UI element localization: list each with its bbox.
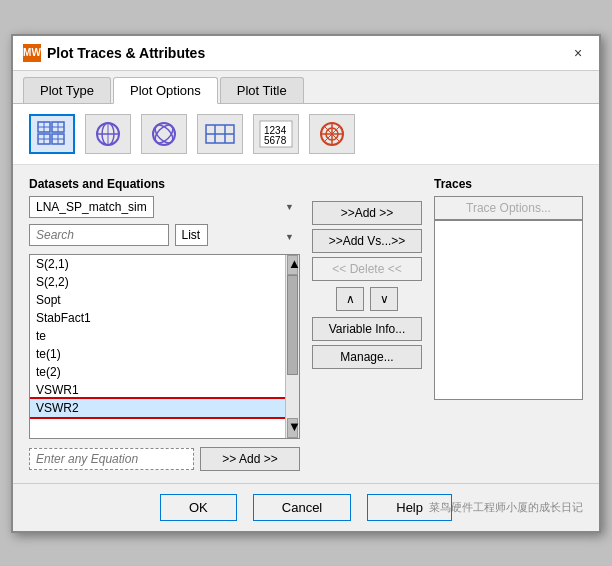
dataset-dropdown[interactable]: LNA_SP_match_sim [29, 196, 154, 218]
app-icon: MW [23, 44, 41, 62]
list-item[interactable]: VSWR1 [30, 381, 285, 399]
traces-box [434, 220, 583, 400]
move-up-button[interactable]: ∧ [336, 287, 364, 311]
icon-btn-grid[interactable] [29, 114, 75, 154]
icon-btn-sphere[interactable] [141, 114, 187, 154]
move-down-button[interactable]: ∨ [370, 287, 398, 311]
close-button[interactable]: × [567, 42, 589, 64]
datasets-label: Datasets and Equations [29, 177, 300, 191]
traces-label: Traces [434, 177, 583, 191]
middle-buttons: >>Add >> >>Add Vs...>> << Delete << ∧ ∨ … [312, 177, 422, 471]
scrollbar-thumb[interactable] [287, 275, 298, 375]
dialog-title: Plot Traces & Attributes [47, 45, 205, 61]
list-type-wrapper: List [175, 224, 301, 250]
icon-toolbar: 1234 5678 [13, 104, 599, 165]
dataset-dropdown-row: LNA_SP_match_sim [29, 196, 300, 218]
right-panel: Traces Trace Options... [434, 177, 583, 471]
list-item[interactable]: te(1) [30, 345, 285, 363]
sphere-icon [149, 120, 179, 148]
tab-plot-type[interactable]: Plot Type [23, 77, 111, 103]
move-row: ∧ ∨ [312, 287, 422, 311]
add-vs-button[interactable]: >>Add Vs...>> [312, 229, 422, 253]
ok-button[interactable]: OK [160, 494, 237, 521]
left-panel: Datasets and Equations LNA_SP_match_sim … [29, 177, 300, 471]
title-bar: MW Plot Traces & Attributes × [13, 36, 599, 71]
equation-row: >> Add >> [29, 447, 300, 471]
equation-input[interactable] [29, 448, 194, 470]
icon-btn-grid2[interactable] [197, 114, 243, 154]
list-item[interactable]: te(2) [30, 363, 285, 381]
cancel-button[interactable]: Cancel [253, 494, 351, 521]
items-list-container: S(2,1) S(2,2) Sopt StabFact1 te te(1) te… [29, 254, 300, 439]
list-item[interactable]: Sopt [30, 291, 285, 309]
tab-bar: Plot Type Plot Options Plot Title [13, 71, 599, 104]
icon-btn-globe[interactable] [85, 114, 131, 154]
manage-button[interactable]: Manage... [312, 345, 422, 369]
radar-icon [317, 120, 347, 148]
dataset-dropdown-wrapper: LNA_SP_match_sim [29, 196, 300, 218]
search-listtype-row: List [29, 224, 300, 250]
variable-info-button[interactable]: Variable Info... [312, 317, 422, 341]
list-item[interactable]: S(2,2) [30, 273, 285, 291]
icon-btn-numbers[interactable]: 1234 5678 [253, 114, 299, 154]
list-item[interactable]: StabFact1 [30, 309, 285, 327]
icon-btn-radar[interactable] [309, 114, 355, 154]
list-type-dropdown[interactable]: List [175, 224, 208, 246]
search-input[interactable] [29, 224, 169, 246]
list-item[interactable]: S(2,1) [30, 255, 285, 273]
add-button[interactable]: >>Add >> [312, 201, 422, 225]
equation-add-button[interactable]: >> Add >> [200, 447, 300, 471]
grid2-icon [205, 121, 235, 147]
items-list: S(2,1) S(2,2) Sopt StabFact1 te te(1) te… [30, 255, 285, 438]
list-scrollbar[interactable]: ▲ ▼ [285, 255, 299, 438]
svg-text:5678: 5678 [264, 135, 287, 146]
grid-icon [37, 121, 67, 147]
content-area: Datasets and Equations LNA_SP_match_sim … [13, 165, 599, 483]
main-dialog: MW Plot Traces & Attributes × Plot Type … [11, 34, 601, 533]
list-item[interactable]: te [30, 327, 285, 345]
list-item-vswr2[interactable]: VSWR2 [30, 399, 285, 417]
tab-plot-title[interactable]: Plot Title [220, 77, 304, 103]
scrollbar-arrow-up[interactable]: ▲ [287, 255, 298, 275]
tab-plot-options[interactable]: Plot Options [113, 77, 218, 104]
title-bar-left: MW Plot Traces & Attributes [23, 44, 205, 62]
globe-icon [93, 120, 123, 148]
watermark: 菜鸟硬件工程师小厦的成长日记 [429, 500, 583, 515]
footer: OK Cancel Help 菜鸟硬件工程师小厦的成长日记 [13, 483, 599, 531]
numbers-icon: 1234 5678 [259, 120, 293, 148]
delete-button[interactable]: << Delete << [312, 257, 422, 281]
trace-options-button[interactable]: Trace Options... [434, 196, 583, 220]
scrollbar-arrow-down[interactable]: ▼ [287, 418, 298, 438]
